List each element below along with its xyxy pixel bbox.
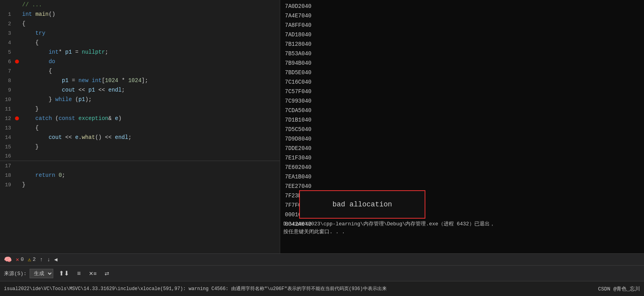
output-panel: 7A0D20407A4E70407A8FF0407AD180407B128040… bbox=[280, 0, 644, 253]
line-number: 3 bbox=[0, 30, 14, 36]
code-content: { bbox=[21, 19, 280, 28]
warning-bar: isual2022\ide\VC\Tools\MSVC\14.33.31629\… bbox=[0, 281, 644, 296]
output-address-line: 7C57F040 bbox=[285, 87, 639, 96]
code-panel: // ... 1 int main() 2 { 3 bbox=[0, 0, 280, 253]
output-address-line: 7D1B1040 bbox=[285, 115, 639, 125]
line-number: 8 bbox=[0, 78, 14, 84]
status-bar: 🧠 ✕ 0 ⚠ 2 ↑ ↓ ◀ bbox=[0, 253, 644, 265]
code-content: do bbox=[21, 57, 280, 66]
arrow-up-button[interactable]: ↑ bbox=[40, 257, 43, 263]
code-content: } bbox=[21, 104, 280, 114]
code-line: 12 catch (const exception& e) bbox=[0, 114, 280, 123]
code-content: { bbox=[21, 38, 280, 47]
code-lines: // ... 1 int main() 2 { 3 bbox=[0, 0, 280, 189]
line-number: 1 bbox=[0, 11, 14, 17]
code-line: 19 } bbox=[0, 180, 280, 189]
code-line: 18 return 0; bbox=[0, 170, 280, 180]
line-number: 19 bbox=[0, 182, 14, 188]
code-content: int* p1 = nullptr; bbox=[21, 47, 280, 57]
output-address-line: 7CDA5040 bbox=[285, 106, 639, 115]
output-address-line: 7EA1B040 bbox=[285, 172, 639, 182]
code-content: try bbox=[21, 28, 280, 38]
arrow-down-button[interactable]: ↓ bbox=[47, 257, 50, 263]
toolbar-btn-1[interactable]: ⬆⬇ bbox=[56, 269, 71, 278]
code-content: } bbox=[21, 142, 280, 152]
toolbar-btn-4[interactable]: ⇄ bbox=[102, 269, 112, 278]
warning-icon: ⚠ bbox=[28, 256, 31, 263]
line-number: 17 bbox=[0, 163, 14, 169]
output-address-line: 7D9D8040 bbox=[285, 134, 639, 144]
code-line: 17 bbox=[0, 161, 280, 170]
code-content: cout << e.what() << endl; bbox=[21, 133, 280, 142]
line-number: 9 bbox=[0, 87, 14, 93]
code-content: int main() bbox=[21, 9, 280, 19]
output-address-line: 7A4E7040 bbox=[285, 11, 639, 21]
code-line: 13 { bbox=[0, 123, 280, 133]
arrow-left-button[interactable]: ◀ bbox=[54, 256, 57, 263]
build-bar: 来源(S): 生成 ⬆⬇ ≡ ✕≡ ⇄ bbox=[0, 265, 644, 281]
code-line: 5 int* p1 = nullptr; bbox=[0, 47, 280, 57]
line-number: 5 bbox=[0, 49, 14, 55]
code-line: 15 } bbox=[0, 142, 280, 152]
code-output-area: // ... 1 int main() 2 { 3 bbox=[0, 0, 644, 253]
footer-line2: 按任意键关闭此窗口. . . bbox=[283, 228, 641, 236]
code-content: cout << p1 << endl; bbox=[21, 85, 280, 95]
line-number: 6 bbox=[0, 59, 14, 65]
output-address-line: 7C993040 bbox=[285, 96, 639, 106]
warning-status: ⚠ 2 bbox=[28, 256, 36, 263]
code-content: } while (p1); bbox=[21, 95, 280, 104]
code-content: } bbox=[21, 180, 280, 189]
code-line: 3 try bbox=[0, 28, 280, 38]
line-number: 7 bbox=[0, 68, 14, 74]
code-line: 2 { bbox=[0, 19, 280, 28]
code-content: p1 = new int[1024 * 1024]; bbox=[21, 76, 280, 85]
code-content: // ... bbox=[21, 0, 280, 9]
output-address-line: 7E602040 bbox=[285, 163, 639, 172]
output-address-line: 7EE27040 bbox=[285, 182, 639, 191]
output-address-line: 7A0D2040 bbox=[285, 2, 639, 11]
code-content: catch (const exception& e) bbox=[21, 114, 280, 123]
warning-count: 2 bbox=[33, 257, 36, 262]
code-line: 9 cout << p1 << endl; bbox=[0, 85, 280, 95]
main-container: // ... 1 int main() 2 { 3 bbox=[0, 0, 644, 296]
output-address-line: 7B94B040 bbox=[285, 58, 639, 68]
code-line: 14 cout << e.what() << endl; bbox=[0, 133, 280, 142]
output-address-line: 7DDE2040 bbox=[285, 144, 639, 153]
line-number: 12 bbox=[0, 116, 14, 122]
output-address-line: 7B128040 bbox=[285, 39, 639, 49]
output-address-line: 7D5C5040 bbox=[285, 125, 639, 134]
code-content: { bbox=[21, 123, 280, 133]
line-number: 15 bbox=[0, 144, 14, 150]
code-line: 8 p1 = new int[1024 * 1024]; bbox=[0, 76, 280, 85]
breakpoint-dot bbox=[15, 60, 19, 64]
line-number: 13 bbox=[0, 125, 14, 131]
warning-text: isual2022\ide\VC\Tools\MSVC\14.33.31629\… bbox=[4, 285, 598, 292]
bad-allocation-box: bad allocation bbox=[299, 190, 425, 219]
breakpoint-dot bbox=[15, 116, 19, 120]
output-address-line: 7A8FF040 bbox=[285, 21, 639, 30]
line-number: 10 bbox=[0, 97, 14, 103]
output-address-line: 7AD18040 bbox=[285, 30, 639, 39]
csdn-badge: CSDN @青色_忘川 bbox=[598, 285, 640, 292]
output-address-line: 7BD5E040 bbox=[285, 68, 639, 77]
line-number: 2 bbox=[0, 21, 14, 27]
error-status: ✕ 0 bbox=[16, 256, 24, 263]
output-address-line: 7C16C040 bbox=[285, 77, 639, 87]
line-number: 18 bbox=[0, 172, 14, 178]
code-line: 7 { bbox=[0, 66, 280, 76]
lightbulb-icon: 🧠 bbox=[4, 256, 12, 264]
output-address-line: 7B53A040 bbox=[285, 49, 639, 58]
footer-line1: D:\code\2023\cpp-learning\内存管理\Debug\内存管… bbox=[283, 220, 641, 228]
line-number: 4 bbox=[0, 40, 14, 46]
toolbar-btn-3[interactable]: ✕≡ bbox=[86, 269, 99, 278]
toolbar-btn-2[interactable]: ≡ bbox=[75, 269, 83, 278]
code-line: 10 } while (p1); bbox=[0, 95, 280, 104]
error-count: 0 bbox=[21, 257, 24, 262]
code-line: 16 bbox=[0, 152, 280, 161]
output-address-line: 7E1F3040 bbox=[285, 153, 639, 163]
code-line: // ... bbox=[0, 0, 280, 9]
code-line: 11 } bbox=[0, 104, 280, 114]
source-select[interactable]: 生成 bbox=[30, 269, 53, 278]
line-number: 16 bbox=[0, 153, 14, 159]
code-line: 1 int main() bbox=[0, 9, 280, 19]
